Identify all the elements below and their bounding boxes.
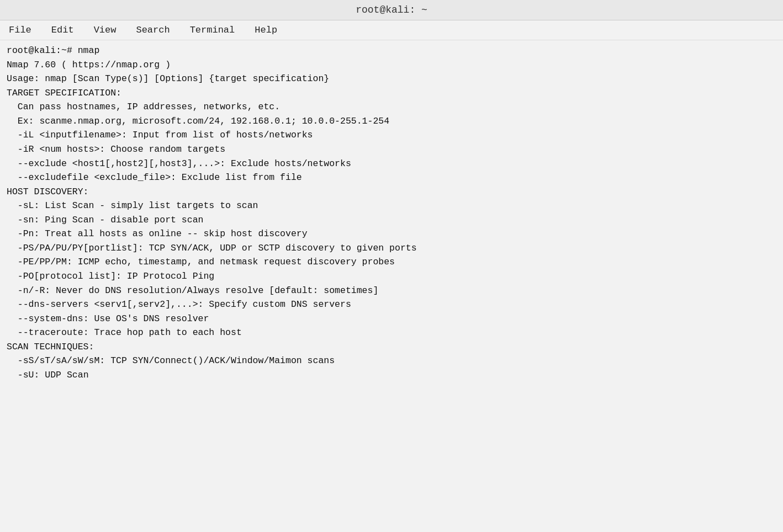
terminal-window: root@kali: ~ File Edit View Search Termi… [0, 0, 783, 532]
title-bar: root@kali: ~ [0, 0, 783, 20]
menu-terminal[interactable]: Terminal [188, 24, 237, 36]
terminal-content[interactable]: root@kali:~# nmap Nmap 7.60 ( https://nm… [0, 40, 783, 532]
menu-help[interactable]: Help [252, 24, 279, 36]
terminal-output: root@kali:~# nmap Nmap 7.60 ( https://nm… [7, 44, 776, 382]
menu-file[interactable]: File [7, 24, 34, 36]
title-text: root@kali: ~ [356, 4, 427, 15]
menu-search[interactable]: Search [134, 24, 172, 36]
menu-view[interactable]: View [92, 24, 119, 36]
menu-bar: File Edit View Search Terminal Help [0, 20, 783, 40]
menu-edit[interactable]: Edit [49, 24, 76, 36]
